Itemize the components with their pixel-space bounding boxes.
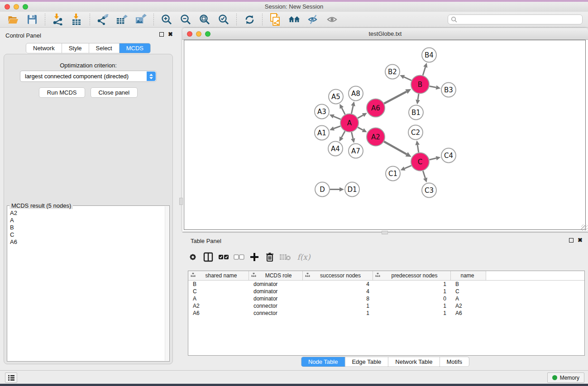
mcds-result-item[interactable]: A [10, 217, 164, 224]
export-image-button[interactable] [135, 14, 147, 25]
delete-table-button[interactable] [278, 251, 292, 263]
table-row[interactable]: A6connector11A6 [188, 310, 584, 317]
delete-table-icon [279, 253, 291, 261]
run-mcds-button[interactable]: Run MCDS [39, 87, 85, 98]
network-from-selection-button[interactable] [269, 14, 281, 25]
graph-edge-B-B3[interactable] [430, 86, 436, 87]
zoom-selected-icon [218, 14, 229, 25]
mcds-result-scrollbar[interactable] [165, 206, 169, 361]
tab-select[interactable]: Select [89, 43, 119, 53]
column-header-name[interactable]: name [451, 271, 486, 280]
column-header-successor-nodes[interactable]: successor nodes [303, 271, 373, 280]
optimization-criterion-dropdown[interactable]: largest connected component (directed) [20, 71, 157, 82]
zoom-fit-icon [199, 14, 210, 25]
mcds-result-item[interactable]: B [10, 224, 164, 231]
horizontal-splitter-handle[interactable] [382, 231, 388, 234]
edge-arrowhead [330, 126, 335, 130]
mcds-result-item[interactable]: C [10, 231, 164, 238]
deselect-all-button[interactable] [232, 251, 246, 263]
plus-icon [250, 253, 259, 262]
network-canvas[interactable]: B4B2BB3B1A5A8A6A3AA1A4A7A2C2CC4C1C3DD1 [184, 40, 586, 230]
table-row[interactable]: Cdominator41C [188, 288, 584, 295]
zoom-fit-button[interactable] [199, 14, 210, 25]
mcds-result-item[interactable]: A2 [10, 210, 164, 217]
deselect-all-icon [234, 254, 244, 260]
node-table[interactable]: shared nameMCDS rolesuccessor nodesprede… [188, 271, 585, 356]
zoom-out-button[interactable] [180, 14, 191, 25]
table-panel-close-icon[interactable]: ✖ [578, 238, 583, 243]
first-neighbors-button[interactable] [288, 14, 300, 25]
column-header-predecessor-nodes[interactable]: predecessor nodes [373, 271, 451, 280]
save-floppy-icon [27, 14, 37, 24]
edge-arrowhead [436, 86, 441, 90]
graph-edge-A2-C[interactable] [384, 142, 406, 154]
graph-edge-A-A8[interactable] [351, 106, 353, 114]
memory-button[interactable]: Memory [547, 372, 584, 383]
open-session-button[interactable] [7, 14, 19, 25]
control-panel-float-icon[interactable] [159, 32, 164, 37]
import-network-button[interactable] [52, 14, 64, 25]
close-panel-button[interactable]: Close panel [91, 87, 138, 98]
window-resize-grip[interactable] [581, 224, 588, 231]
control-panel-close-icon[interactable]: ✖ [168, 32, 173, 37]
network-minimize-button[interactable] [196, 31, 201, 37]
graph-edge-A-A7[interactable] [352, 132, 353, 138]
mcds-result-title: MCDS result (5 nodes) [10, 202, 73, 209]
graph-edge-C-C2[interactable] [417, 145, 419, 152]
split-view-button[interactable] [201, 251, 215, 263]
search-input[interactable] [458, 15, 582, 24]
zoom-selected-button[interactable] [218, 14, 229, 25]
graph-edge-B-B2[interactable] [404, 77, 411, 81]
graph-edge-A-A2[interactable] [358, 127, 363, 130]
graph-edge-C-C3[interactable] [423, 171, 425, 178]
delete-column-button[interactable] [263, 251, 277, 263]
function-builder-button[interactable]: f(x) [294, 251, 314, 263]
column-header-label: successor nodes [310, 272, 373, 279]
table-cell: connector [249, 303, 303, 309]
refresh-button[interactable] [244, 14, 255, 25]
window-zoom-button[interactable] [23, 4, 28, 10]
graph-edge-B-B1[interactable] [418, 94, 419, 100]
import-table-button[interactable] [71, 14, 83, 25]
tab-edge-table[interactable]: Edge Table [344, 357, 388, 367]
graph-edge-C-C1[interactable] [405, 166, 411, 169]
network-zoom-button[interactable] [205, 31, 210, 37]
column-header-mcds-role[interactable]: MCDS role [249, 271, 303, 280]
column-header-shared-name[interactable]: shared name [188, 271, 249, 280]
graph-edge-A-A1[interactable] [334, 126, 340, 129]
tab-network[interactable]: Network [26, 43, 62, 53]
window-minimize-button[interactable] [14, 4, 19, 10]
graph-edge-A-A6[interactable] [358, 115, 363, 118]
tab-network-table[interactable]: Network Table [388, 357, 439, 367]
graph-edge-A-A5[interactable] [342, 108, 345, 114]
save-session-button[interactable] [26, 14, 38, 25]
tab-node-table[interactable]: Node Table [301, 357, 345, 367]
hide-selected-button[interactable] [307, 14, 319, 25]
graph-edge-B-B4[interactable] [423, 67, 425, 75]
export-table-button[interactable] [116, 14, 128, 25]
mcds-result-item[interactable]: A6 [10, 238, 164, 246]
export-network-button[interactable] [97, 14, 109, 25]
table-options-button[interactable] [186, 251, 200, 263]
graph-edge-A-A3[interactable] [334, 116, 341, 119]
vertical-splitter-handle[interactable] [179, 198, 183, 205]
tab-style[interactable]: Style [62, 43, 89, 53]
window-close-button[interactable] [5, 4, 10, 10]
table-row[interactable]: A2connector11A2 [188, 302, 584, 310]
task-history-button[interactable] [5, 372, 17, 383]
table-row[interactable]: Adominator80A [188, 295, 584, 302]
table-row[interactable]: Bdominator41B [188, 281, 584, 288]
network-close-button[interactable] [187, 31, 192, 37]
zoom-in-icon [161, 14, 172, 25]
table-panel-float-icon[interactable] [569, 238, 574, 243]
add-column-button[interactable] [248, 251, 261, 263]
search-field[interactable] [448, 14, 583, 24]
tab-motifs[interactable]: Motifs [439, 357, 469, 367]
select-all-button[interactable] [217, 251, 230, 263]
graph-edge-C-C4[interactable] [429, 158, 436, 160]
graph-edge-A6-B[interactable] [384, 91, 406, 103]
zoom-in-button[interactable] [161, 14, 172, 25]
tab-mcds[interactable]: MCDS [119, 43, 150, 53]
graph-edge-A-A4[interactable] [341, 131, 345, 138]
show-all-button[interactable] [326, 14, 338, 25]
